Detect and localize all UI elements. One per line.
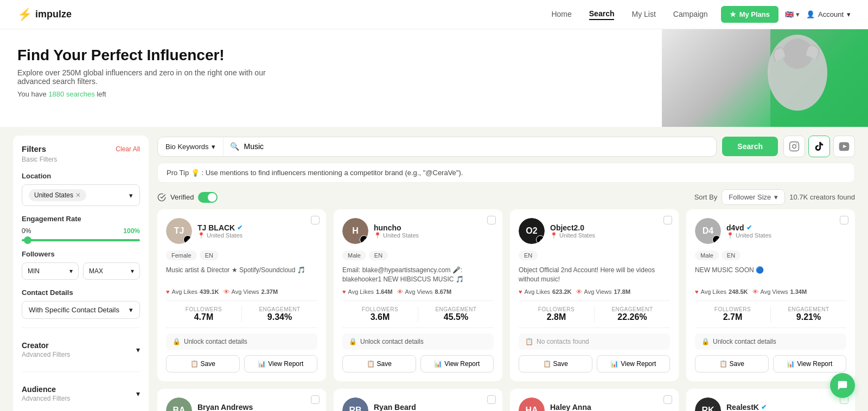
my-plans-button[interactable]: ★ My Plans	[721, 6, 778, 23]
profile-location: 📍 United States	[726, 232, 846, 239]
save-button[interactable]: 📋 Save	[519, 355, 592, 373]
followers-label: FOLLOWERS	[519, 306, 594, 312]
main-layout: Filters Clear All Basic Filters Location…	[0, 127, 868, 411]
audience-header[interactable]: Audience Advanced Filters ▾	[22, 385, 140, 402]
profile-location: 📍 United States	[374, 232, 494, 239]
logo-icon: ⚡	[17, 8, 32, 22]
search-input[interactable]	[244, 142, 710, 151]
tiktok-platform-btn[interactable]	[808, 136, 830, 157]
chat-icon	[837, 380, 848, 391]
searches-count-link[interactable]: 1880 searches	[48, 90, 94, 98]
influencer-name: TJ BLACK	[197, 223, 235, 232]
youtube-platform-btn[interactable]	[833, 136, 855, 157]
nav-right: ★ My Plans 🇬🇧 ▾ 👤 Account ▾	[721, 6, 851, 23]
engagement-slider-thumb[interactable]	[24, 236, 31, 244]
card-checkbox[interactable]	[311, 395, 320, 404]
sort-select[interactable]: Follower Size ▾	[722, 189, 785, 205]
save-icon: 📋	[543, 360, 551, 368]
bio-text: Email: blake@hypeartistsagency.com 🎤: bl…	[342, 266, 494, 283]
tag-pill: Female	[166, 251, 197, 260]
followers-value: 4.7M	[166, 312, 241, 322]
influencer-card: HA ♪ Haley Anna 📍 United States FemaleEN…	[510, 389, 679, 411]
creator-header[interactable]: Creator Advanced Filters ▾	[22, 341, 140, 358]
eye-icon: 👁	[224, 288, 229, 295]
influencer-card: D4 ♪ d4vd ✔ 📍 United States MaleEN NEW M…	[686, 209, 855, 381]
card-checkbox[interactable]	[840, 216, 848, 224]
location-select[interactable]: United States ✕ ▾	[22, 184, 140, 206]
logo[interactable]: ⚡ impulze	[17, 8, 72, 22]
view-report-button[interactable]: 📊 View Report	[420, 355, 494, 373]
profile-name: d4vd ✔	[726, 223, 846, 232]
avg-likes: ♥ Avg Likes 248.5K	[695, 288, 748, 295]
followers-min-select[interactable]: MIN ▾	[22, 262, 79, 280]
audience-title: Audience	[22, 385, 70, 394]
lock-icon: 🔒	[173, 338, 181, 345]
chevron-down-icon: ▾	[796, 10, 800, 18]
audience-sublabel: Advanced Filters	[22, 395, 70, 402]
hero-subtitle: Explore over 250M global influencers and…	[17, 68, 278, 86]
instagram-platform-btn[interactable]	[783, 136, 805, 157]
profile-info: TJ BLACK ✔ 📍 United States	[197, 223, 317, 239]
followers-stat: FOLLOWERS 3.6M	[342, 306, 418, 322]
card-checkbox[interactable]	[663, 216, 672, 224]
nav-campaign[interactable]: Campaign	[673, 10, 708, 20]
followers-max-select[interactable]: MAX ▾	[83, 262, 140, 280]
pro-tip: Pro Tip 💡 : Use mentions to find influen…	[157, 163, 855, 183]
location-text: United States	[736, 232, 771, 239]
no-contact-text: No contacts found	[537, 338, 589, 345]
tiktok-badge: ♪	[536, 235, 545, 244]
nav-search[interactable]: Search	[589, 9, 615, 20]
view-report-button[interactable]: 📊 View Report	[597, 355, 671, 373]
card-profile: O2 ♪ Object2.0 📍 United States	[519, 218, 670, 244]
card-checkbox[interactable]	[487, 395, 496, 404]
influencers-grid: TJ ♪ TJ BLACK ✔ 📍 United States FemaleEN…	[157, 209, 855, 411]
language-selector[interactable]: 🇬🇧 ▾	[785, 10, 800, 18]
card-checkbox[interactable]	[663, 395, 672, 404]
engagement-label: Engagement Rate	[22, 215, 140, 223]
clear-all-button[interactable]: Clear All	[116, 145, 140, 153]
influencer-name: Haley Anna	[550, 403, 591, 412]
save-button[interactable]: 📋 Save	[342, 355, 416, 373]
heart-icon: ♥	[519, 288, 522, 295]
influencer-card: H ♪ huncho 📍 United States MaleEN Email:…	[334, 209, 502, 381]
star-icon: ★	[730, 10, 736, 18]
tiktok-icon	[814, 141, 825, 152]
stats-row: FOLLOWERS 3.6M ENGAGEMENT 45.5%	[342, 300, 494, 328]
card-checkbox[interactable]	[311, 216, 320, 224]
metrics-row: ♥ Avg Likes 1.64M 👁 Avg Views 8.67M	[342, 288, 494, 295]
chevron-down-icon: ▾	[774, 193, 778, 201]
save-button[interactable]: 📋 Save	[166, 355, 240, 373]
avatar-placeholder: HA	[519, 397, 545, 411]
location-text: United States	[383, 232, 419, 239]
followers-label: FOLLOWERS	[695, 306, 770, 312]
engagement-label: ENGAGEMENT	[771, 306, 846, 312]
followers-value: 2.7M	[695, 312, 770, 322]
chat-bubble[interactable]	[830, 373, 855, 398]
profile-info: Object2.0 📍 United States	[550, 223, 670, 239]
avg-views: 👁 Avg Views 17.8M	[576, 288, 631, 295]
followers-label: Followers	[22, 250, 140, 258]
nav-home[interactable]: Home	[551, 10, 571, 20]
filters-card: Filters Clear All Basic Filters Location…	[13, 136, 149, 411]
report-icon: 📊	[787, 360, 795, 368]
tiktok-badge: ♪	[712, 235, 721, 244]
view-report-button[interactable]: 📊 View Report	[773, 355, 847, 373]
search-type-dropdown[interactable]: Bio Keywords ▾	[158, 137, 224, 156]
save-button[interactable]: 📋 Save	[695, 355, 769, 373]
card-checkbox[interactable]	[487, 216, 496, 224]
remove-location-tag[interactable]: ✕	[75, 191, 81, 199]
profile-name: Ryan Beard	[374, 403, 494, 412]
contact-select[interactable]: With Specific Contact Details ▾	[22, 301, 140, 319]
avg-likes: ♥ Avg Likes 439.1K	[166, 288, 219, 295]
save-label: Save	[553, 360, 568, 368]
view-report-button[interactable]: 📊 View Report	[244, 355, 318, 373]
influencer-card: TJ ♪ TJ BLACK ✔ 📍 United States FemaleEN…	[157, 209, 326, 381]
followers-row: MIN ▾ MAX ▾	[22, 262, 140, 280]
verified-toggle[interactable]	[198, 192, 218, 203]
influencer-card: RB ♪ Ryan Beard 📍 United States MaleEN 🔒…	[334, 389, 502, 411]
toggle-thumb	[208, 193, 216, 202]
account-button[interactable]: 👤 Account ▾	[806, 10, 851, 18]
youtube-icon	[839, 141, 850, 152]
nav-mylist[interactable]: My List	[631, 10, 655, 20]
search-button[interactable]: Search	[722, 137, 778, 156]
